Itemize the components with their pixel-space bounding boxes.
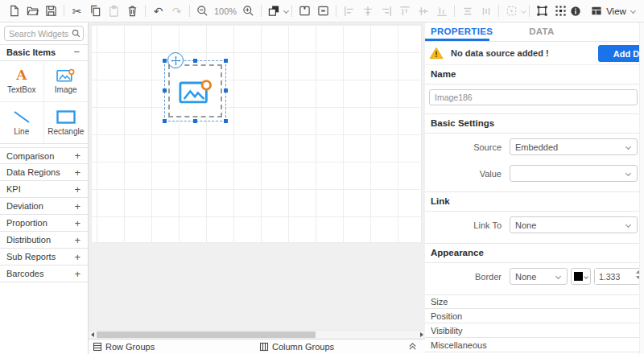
distribute-vertical-button[interactable] [477,2,495,20]
arrange-dropdown-chevron-icon[interactable] [283,8,289,14]
section-header-basic-settings: Basic Settings [425,113,644,134]
align-right-button[interactable] [377,2,395,20]
row-groups-panel[interactable]: Row Groups [93,340,155,354]
redo-button[interactable]: ↷ [167,2,186,20]
paste-button[interactable] [105,2,123,20]
section-header-visibility[interactable]: Visibility [425,323,644,338]
sidebar-section-comparison[interactable]: Comparison + [0,147,88,164]
snap-to-grid-button[interactable] [551,2,570,20]
sidebar-section-deviation[interactable]: Deviation + [0,198,88,215]
expand-plus-icon: + [74,251,80,263]
scroll-right-arrow-icon[interactable] [418,331,425,339]
move-widget-handle[interactable] [167,52,184,68]
align-to-grid-button[interactable] [533,2,551,20]
properties-panel: PROPERTIES DATA No data source added ! A… [425,23,644,354]
source-dropdown[interactable]: Embedded [510,138,638,155]
zoom-out-button[interactable] [193,2,212,20]
sidebar-section-barcodes[interactable]: Barcodes + [0,266,88,282]
widget-item-line[interactable]: Line [0,102,44,143]
widget-name-input[interactable] [429,89,638,105]
section-title: Visibility [431,326,463,335]
undo-button[interactable]: ↶ [149,2,167,20]
scroll-left-arrow-icon[interactable] [89,331,96,339]
save-icon [45,5,57,17]
chevron-down-icon [584,274,588,279]
align-center-button[interactable] [358,2,377,20]
toolbar-separator [189,5,190,17]
multi-select-button[interactable] [502,2,521,20]
page-header-button[interactable] [295,2,314,20]
horizontal-scrollbar[interactable] [89,330,425,338]
column-groups-panel[interactable]: Column Groups [259,340,334,354]
section-title: Distribution [6,235,51,245]
align-left-button[interactable] [340,2,358,20]
section-title: Sub Reports [6,252,56,261]
link-to-dropdown[interactable]: None [510,216,638,233]
widget-item-rectangle[interactable]: Rectangle [44,102,89,143]
align-top-button[interactable] [395,2,414,20]
copy-button[interactable] [86,2,105,20]
redo-icon: ↷ [172,6,182,17]
resize-handle-w[interactable] [163,88,167,93]
resize-handle-s[interactable] [193,119,197,123]
zoom-in-button[interactable] [239,2,258,20]
arrange-button[interactable] [265,2,283,20]
border-style-dropdown[interactable]: None [510,268,568,285]
sidebar-section-kpi[interactable]: KPI + [0,181,88,198]
sidebar-section-proportion[interactable]: Proportion + [0,215,88,232]
zoom-level-label: 100% [212,6,239,16]
border-width-input[interactable] [595,269,630,284]
sidebar-section-data-regions[interactable]: Data Regions + [0,164,88,181]
view-menu-button[interactable]: View [591,6,635,16]
align-middle-button[interactable] [414,2,432,20]
image-placeholder-icon [179,79,213,104]
report-page[interactable] [91,24,422,243]
zoom-in-icon [242,5,254,17]
value-dropdown[interactable] [510,165,638,182]
delete-button[interactable] [123,2,142,20]
widget-item-textbox[interactable]: A TextBox [0,61,44,102]
save-button[interactable] [42,2,60,20]
border-field-row: Border None [425,263,644,294]
resize-handle-sw[interactable] [163,119,167,123]
resize-handle-nw[interactable] [163,59,167,63]
info-icon [570,6,581,17]
widget-label: Image [55,85,77,94]
sidebar-section-sub-reports[interactable]: Sub Reports + [0,249,88,266]
collapse-groups-button[interactable] [408,342,417,351]
search-input[interactable] [9,29,72,39]
row-groups-label: Row Groups [105,342,155,352]
multi-select-chevron-icon[interactable] [521,8,526,14]
widget-item-image[interactable]: Image [44,61,89,102]
panel-vertical-scrollbar[interactable] [639,23,644,354]
selected-image-widget[interactable] [164,60,226,121]
resize-handle-e[interactable] [224,88,228,93]
border-width-field [594,268,643,285]
section-header-position[interactable]: Position [425,309,644,323]
expand-plus-icon: + [74,217,80,229]
align-bottom-button[interactable] [432,2,451,20]
tab-data[interactable]: DATA [529,25,554,38]
section-header-size[interactable]: Size [425,294,644,309]
open-report-button[interactable] [23,2,42,20]
resize-handle-se[interactable] [224,119,228,123]
border-color-picker[interactable] [571,268,591,285]
new-report-button[interactable] [5,2,23,20]
section-header-miscellaneous[interactable]: Miscellaneous [425,338,644,352]
resize-handle-n[interactable] [193,59,197,63]
toolbar-right-group: View [570,6,642,17]
resize-handle-ne[interactable] [224,59,228,63]
search-icon[interactable] [72,29,80,38]
sidebar-section-distribution[interactable]: Distribution + [0,232,88,249]
align-middle-icon [418,6,429,17]
distribute-horizontal-button[interactable] [458,2,477,20]
scrollbar-thumb[interactable] [97,331,316,338]
section-title: Miscellaneous [431,340,487,350]
tab-properties[interactable]: PROPERTIES [431,25,493,38]
page-footer-button[interactable] [314,2,332,20]
cut-button[interactable]: ✂ [68,2,86,20]
info-button[interactable] [570,6,581,17]
add-datasource-button[interactable]: Add Datasource [598,45,644,62]
sidebar-section-basic-items[interactable]: Basic Items − [0,44,88,61]
value-field-row: Value [425,160,644,191]
